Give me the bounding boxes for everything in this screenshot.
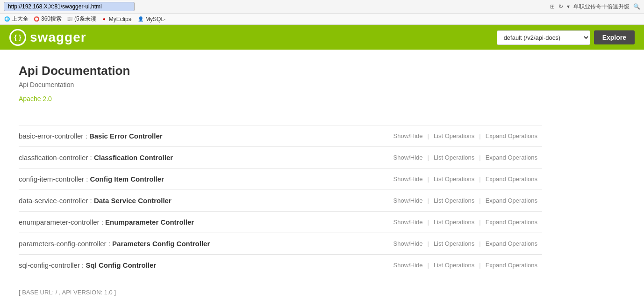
api-footer-text: [ BASE URL: / , API VERSION: 1.0 ]	[19, 289, 116, 296]
table-row: enumparameter-controller : Enumparameter…	[19, 211, 542, 233]
swagger-api-input-container: default (/v2/api-docs) Explore	[497, 30, 635, 45]
bookmark-mysql[interactable]: 👤 MySQL·	[137, 16, 165, 22]
table-row: data-service-controller : Data Service C…	[19, 190, 542, 211]
controller-name-basic-error: basic-error-controller : Basic Error Con…	[19, 132, 389, 140]
controller-name-parameters-config: parameters-config-controller : Parameter…	[19, 240, 389, 248]
bookmark-allwebsites[interactable]: 🌐 上大全	[4, 15, 29, 23]
expand-operations-link-enumparameter[interactable]: Expand Operations	[481, 219, 542, 226]
bookmark-allwebsites-label: 上大全	[12, 15, 29, 23]
api-docs-select[interactable]: default (/v2/api-docs)	[497, 30, 590, 45]
search-icon[interactable]: 🔍	[633, 3, 640, 10]
expand-operations-link-basic-error[interactable]: Expand Operations	[481, 132, 542, 139]
bookmark-360search-label: 360搜索	[41, 15, 62, 23]
bookmark-notification[interactable]: 📰 (5条未读	[66, 15, 96, 23]
bookmark-myeclipse-label: MyEclips·	[109, 16, 133, 22]
controller-name-sql-config: sql-config-controller : Sql Config Contr…	[19, 261, 389, 269]
360search-icon: ⭕	[33, 16, 40, 22]
table-row: config-item-controller : Config Item Con…	[19, 168, 542, 190]
show-hide-link-parameters-config[interactable]: Show/Hide	[389, 240, 428, 247]
controller-name-enumparameter: enumparameter-controller : Enumparameter…	[19, 218, 389, 226]
swagger-braces-symbol: { }	[14, 34, 21, 41]
list-operations-link-basic-error[interactable]: List Operations	[429, 132, 479, 139]
swagger-header: { } swagger default (/v2/api-docs) Explo…	[0, 25, 644, 50]
apache-license-link[interactable]: Apache 2.0	[19, 95, 52, 102]
allwebsites-icon: 🌐	[4, 16, 10, 22]
explore-button[interactable]: Explore	[594, 30, 635, 44]
show-hide-link-basic-error[interactable]: Show/Hide	[389, 132, 428, 139]
controller-actions-enumparameter: Show/Hide | List Operations | Expand Ope…	[389, 219, 542, 226]
refresh-icon[interactable]: ↻	[558, 3, 563, 10]
controller-actions-config-item: Show/Hide | List Operations | Expand Ope…	[389, 176, 542, 183]
list-operations-link-classfication[interactable]: List Operations	[429, 154, 479, 161]
expand-operations-link-sql-config[interactable]: Expand Operations	[481, 262, 542, 269]
mysql-icon: 👤	[137, 16, 144, 22]
swagger-logo: { } swagger	[9, 29, 86, 46]
list-operations-link-enumparameter[interactable]: List Operations	[429, 219, 479, 226]
expand-operations-link-parameters-config[interactable]: Expand Operations	[481, 240, 542, 247]
controller-name-config-item: config-item-controller : Config Item Con…	[19, 175, 389, 183]
expand-operations-link-classfication[interactable]: Expand Operations	[481, 154, 542, 161]
dropdown-icon[interactable]: ▾	[567, 3, 570, 10]
grid-icon: ⊞	[550, 3, 555, 10]
main-content: Api Documentation Api Documentation Apac…	[0, 50, 561, 300]
bookmark-myeclipse[interactable]: ● MyEclips·	[101, 16, 133, 22]
table-row: basic-error-controller : Basic Error Con…	[19, 125, 542, 146]
address-bar: ⊞ ↻ ▾ 单职业传奇十倍速升级 🔍	[0, 0, 644, 14]
browser-icons-area: ⊞ ↻ ▾ 单职业传奇十倍速升级 🔍	[550, 3, 640, 11]
list-operations-link-parameters-config[interactable]: List Operations	[429, 240, 479, 247]
show-hide-link-config-item[interactable]: Show/Hide	[389, 176, 428, 183]
table-row: parameters-config-controller : Parameter…	[19, 233, 542, 254]
show-hide-link-sql-config[interactable]: Show/Hide	[389, 262, 428, 269]
bookmark-notification-label: (5条未读	[74, 15, 96, 23]
controller-actions-parameters-config: Show/Hide | List Operations | Expand Ope…	[389, 240, 542, 247]
controller-name-classfication: classfication-controller : Classfication…	[19, 154, 389, 161]
expand-operations-link-data-service[interactable]: Expand Operations	[481, 197, 542, 204]
api-footer: [ BASE URL: / , API VERSION: 1.0 ]	[19, 289, 542, 296]
bookmarks-bar: 🌐 上大全 ⭕ 360搜索 📰 (5条未读 ● MyEclips· 👤 MySQ…	[0, 14, 644, 25]
myeclipse-icon: ●	[101, 16, 107, 22]
table-row: sql-config-controller : Sql Config Contr…	[19, 254, 542, 276]
bookmark-mysql-label: MySQL·	[145, 16, 165, 22]
browser-promo-text: 单职业传奇十倍速升级	[573, 3, 630, 11]
controller-actions-sql-config: Show/Hide | List Operations | Expand Ope…	[389, 262, 542, 269]
show-hide-link-classfication[interactable]: Show/Hide	[389, 154, 428, 161]
show-hide-link-enumparameter[interactable]: Show/Hide	[389, 219, 428, 226]
list-operations-link-config-item[interactable]: List Operations	[429, 176, 479, 183]
url-input[interactable]	[4, 2, 135, 11]
show-hide-link-data-service[interactable]: Show/Hide	[389, 197, 428, 204]
api-subtitle: Api Documentation	[19, 81, 542, 88]
controller-name-data-service: data-service-controller : Data Service C…	[19, 197, 389, 205]
swagger-logo-text: swagger	[30, 30, 86, 45]
expand-operations-link-config-item[interactable]: Expand Operations	[481, 176, 542, 183]
controller-actions-data-service: Show/Hide | List Operations | Expand Ope…	[389, 197, 542, 204]
bookmark-360search[interactable]: ⭕ 360搜索	[33, 15, 62, 23]
controllers-list: basic-error-controller : Basic Error Con…	[19, 125, 542, 276]
swagger-logo-icon: { }	[9, 29, 26, 46]
list-operations-link-sql-config[interactable]: List Operations	[429, 262, 479, 269]
api-title: Api Documentation	[19, 64, 542, 78]
notification-icon: 📰	[66, 16, 73, 22]
browser-chrome: ⊞ ↻ ▾ 单职业传奇十倍速升级 🔍 🌐 上大全 ⭕ 360搜索 📰 (5条未读…	[0, 0, 644, 25]
controller-actions-classfication: Show/Hide | List Operations | Expand Ope…	[389, 154, 542, 161]
controller-actions-basic-error: Show/Hide | List Operations | Expand Ope…	[389, 132, 542, 139]
list-operations-link-data-service[interactable]: List Operations	[429, 197, 479, 204]
table-row: classfication-controller : Classfication…	[19, 146, 542, 168]
